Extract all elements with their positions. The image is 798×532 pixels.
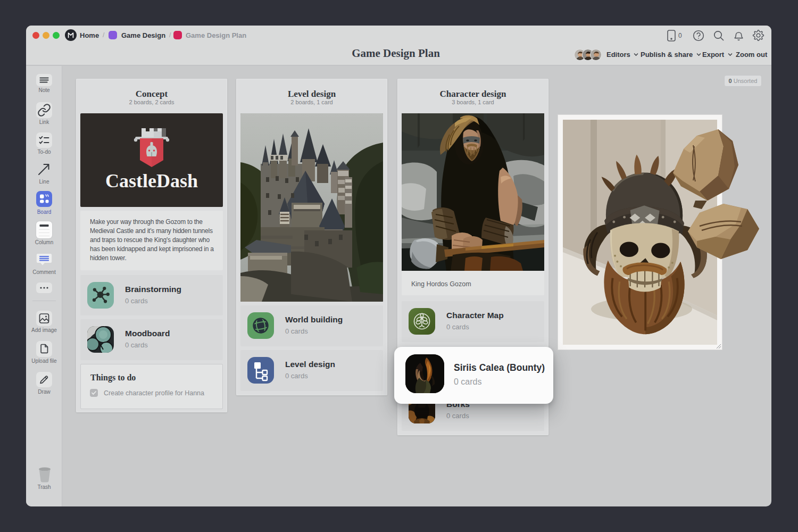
svg-text:CastleDash: CastleDash xyxy=(105,170,198,192)
